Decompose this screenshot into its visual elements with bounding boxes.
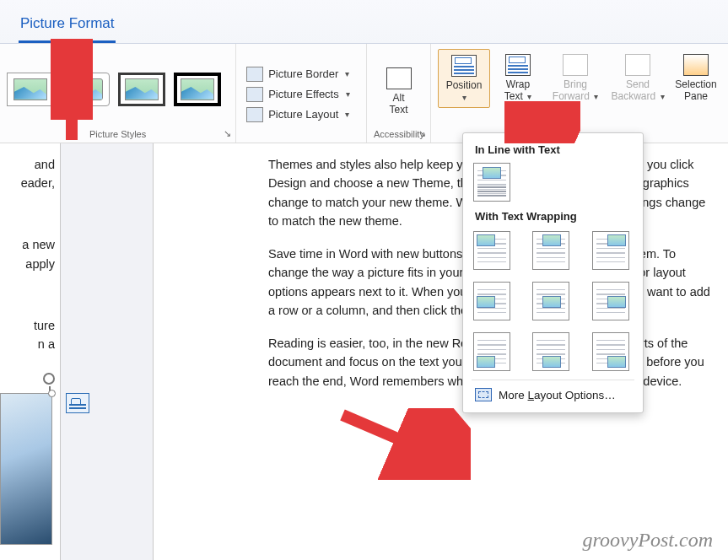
chevron-down-icon: ▾ bbox=[345, 110, 349, 119]
chevron-down-icon: ▾ bbox=[594, 92, 598, 101]
chevron-down-icon: ▾ bbox=[462, 93, 466, 102]
position-middle-center[interactable] bbox=[532, 282, 569, 320]
picture-effects-icon bbox=[246, 87, 263, 102]
annotation-arrow-2 bbox=[504, 101, 580, 143]
picture-border-button[interactable]: Picture Border▾ bbox=[243, 65, 353, 83]
position-bottom-left[interactable] bbox=[473, 332, 510, 371]
picture-style-thumb-1[interactable] bbox=[7, 73, 54, 106]
selected-picture[interactable] bbox=[0, 393, 98, 545]
svg-line-1 bbox=[513, 108, 572, 135]
bring-forward-icon bbox=[563, 54, 588, 76]
position-middle-right[interactable] bbox=[592, 282, 629, 320]
send-backward-icon bbox=[625, 54, 650, 76]
position-top-left[interactable] bbox=[473, 231, 510, 270]
chevron-down-icon: ▾ bbox=[345, 69, 349, 78]
layout-options-chip[interactable] bbox=[66, 393, 89, 413]
svg-line-2 bbox=[342, 415, 461, 466]
bring-forward-button[interactable]: Bring Forward ▾ bbox=[546, 49, 605, 103]
send-backward-button[interactable]: Send Backward ▾ bbox=[607, 49, 669, 103]
layout-options-icon bbox=[475, 388, 492, 401]
group-picture-styles: Picture Styles ↘ bbox=[0, 44, 236, 143]
position-dropdown: In Line with Text With Text Wrapping Mor… bbox=[462, 132, 644, 413]
dialog-launcher-accessibility[interactable]: ↘ bbox=[416, 128, 428, 140]
position-middle-left[interactable] bbox=[473, 282, 510, 320]
wrap-text-button[interactable]: Wrap Text ▾ bbox=[492, 49, 544, 103]
picture-layout-icon bbox=[246, 107, 263, 122]
position-icon bbox=[451, 55, 477, 77]
selection-pane-icon bbox=[683, 54, 709, 76]
position-top-right[interactable] bbox=[592, 231, 629, 270]
picture-style-thumb-3[interactable] bbox=[118, 73, 165, 106]
picture-style-thumb-4[interactable] bbox=[174, 73, 221, 106]
position-bottom-right[interactable] bbox=[592, 332, 629, 371]
annotation-arrow-3 bbox=[336, 408, 471, 480]
chevron-down-icon: ▾ bbox=[527, 92, 531, 101]
selection-pane-button[interactable]: Selection Pane bbox=[671, 49, 721, 103]
resize-handle-tr[interactable] bbox=[48, 390, 56, 397]
picture-layout-button[interactable]: Picture Layout▾ bbox=[243, 105, 353, 124]
group-label-picture-styles: Picture Styles bbox=[7, 129, 229, 141]
position-inline[interactable] bbox=[473, 163, 510, 202]
position-bottom-center[interactable] bbox=[532, 332, 569, 371]
picture-border-icon bbox=[246, 67, 263, 82]
position-button[interactable]: Position▾ bbox=[438, 49, 490, 108]
more-layout-options[interactable]: More Layout Options… bbox=[472, 380, 634, 407]
ribbon: Picture Styles ↘ Picture Border▾ Picture… bbox=[0, 44, 728, 143]
rotate-handle[interactable] bbox=[43, 373, 55, 385]
wrap-text-icon bbox=[505, 54, 531, 76]
position-top-center[interactable] bbox=[532, 231, 569, 270]
group-picture-adjust: Picture Border▾ Picture Effects▾ Picture… bbox=[236, 44, 367, 143]
annotation-arrow-1 bbox=[51, 39, 93, 148]
chevron-down-icon: ▾ bbox=[661, 92, 665, 101]
picture-effects-button[interactable]: Picture Effects▾ bbox=[243, 85, 353, 104]
alt-text-button[interactable]: Alt Text bbox=[374, 62, 423, 116]
chevron-down-icon: ▾ bbox=[346, 89, 350, 99]
watermark: groovyPost.com bbox=[583, 529, 713, 552]
alt-text-icon bbox=[386, 67, 412, 89]
dropdown-section-wrap: With Text Wrapping bbox=[475, 210, 634, 223]
dropdown-section-inline: In Line with Text bbox=[475, 143, 634, 156]
tab-strip: Picture Format bbox=[0, 0, 728, 44]
dialog-launcher-styles[interactable]: ↘ bbox=[221, 128, 233, 140]
group-accessibility: Alt Text Accessibility ↘ bbox=[367, 44, 431, 143]
